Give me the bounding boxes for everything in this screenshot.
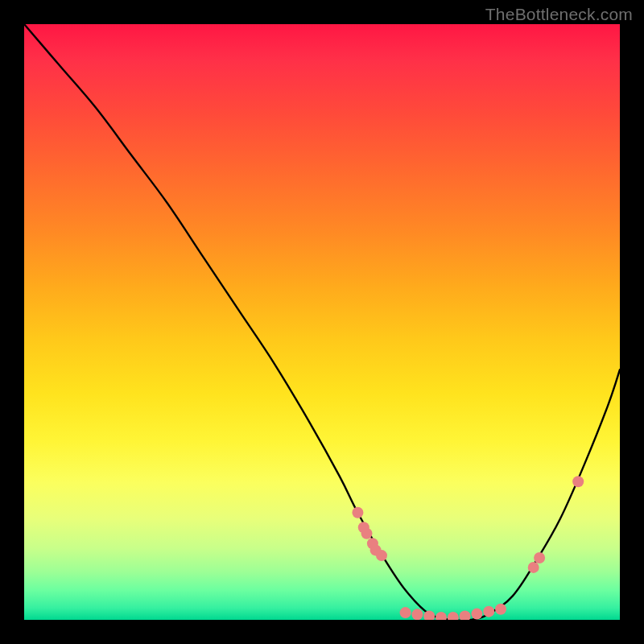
curve-markers [352,476,584,620]
watermark-text: TheBottleneck.com [485,5,633,24]
curve-marker [376,550,387,561]
curve-marker [400,607,411,618]
curve-marker [471,609,482,620]
curve-marker [436,612,447,620]
curve-marker [361,528,373,539]
plot-area [24,24,620,620]
curve-marker [460,611,471,620]
curve-layer [24,24,620,620]
curve-marker [352,507,363,518]
curve-marker [572,476,584,487]
curve-marker [528,562,539,573]
curve-marker [483,606,494,617]
curve-marker [534,552,545,564]
curve-marker [495,604,506,615]
curve-marker [448,612,459,620]
bottleneck-curve [24,24,620,620]
chart-stage: TheBottleneck.com [0,0,644,644]
curve-marker [411,609,423,620]
